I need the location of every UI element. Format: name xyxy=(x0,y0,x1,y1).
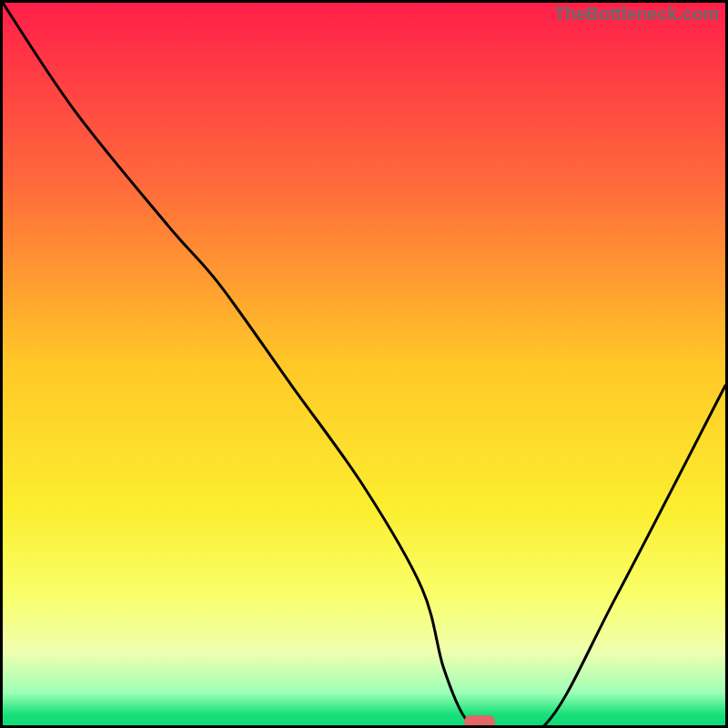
chart-container: TheBottleneck.com xyxy=(0,0,728,728)
bottleneck-chart xyxy=(0,0,728,728)
chart-background xyxy=(3,3,725,725)
optimal-marker xyxy=(464,715,495,728)
attribution-label: TheBottleneck.com xyxy=(554,4,719,25)
